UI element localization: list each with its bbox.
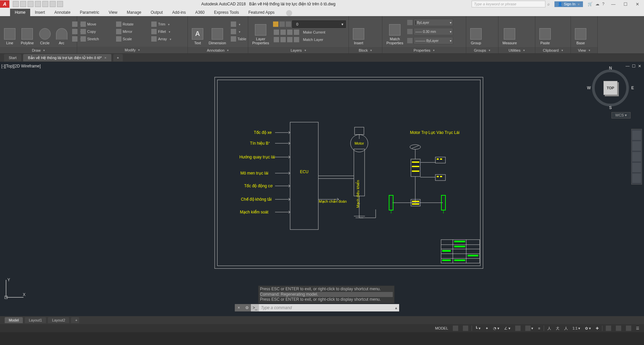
dimension-button[interactable]: Dimension bbox=[207, 17, 228, 46]
polar-icon[interactable]: ✦ bbox=[484, 326, 490, 331]
tab-add[interactable]: + bbox=[113, 54, 123, 61]
tab-parametric[interactable]: Parametric bbox=[75, 9, 104, 16]
tab-annotate[interactable]: Annotate bbox=[50, 9, 75, 16]
save-icon[interactable] bbox=[28, 1, 34, 7]
minimize-button[interactable]: — bbox=[611, 2, 615, 7]
grid-icon[interactable] bbox=[451, 326, 460, 331]
insert-button[interactable]: Insert bbox=[351, 17, 366, 46]
dyn-icon[interactable]: ▾ bbox=[524, 326, 535, 331]
viewcube-s[interactable]: S bbox=[609, 105, 612, 110]
snap-icon[interactable] bbox=[462, 326, 470, 331]
fullnav-icon[interactable] bbox=[632, 131, 641, 140]
app-logo-icon[interactable]: A bbox=[0, 0, 9, 8]
panel-label-view[interactable]: View bbox=[571, 47, 597, 53]
binoculars-icon[interactable]: ⌕ bbox=[547, 2, 550, 6]
panel-label-properties[interactable]: Properties bbox=[382, 47, 466, 53]
customize-icon[interactable]: ☰ bbox=[635, 326, 641, 331]
ucs-icon[interactable]: Y X bbox=[3, 277, 26, 301]
circle-button[interactable]: Circle bbox=[37, 17, 53, 46]
copy-button[interactable]: Copy bbox=[79, 28, 113, 35]
saveas-icon[interactable] bbox=[35, 1, 41, 7]
tab-addins[interactable]: Add-ins bbox=[167, 9, 191, 16]
sun-icon[interactable] bbox=[279, 21, 285, 27]
osnap-icon[interactable]: ∠ ▾ bbox=[503, 326, 512, 331]
viewport-label[interactable]: [-][Top][2D Wireframe] bbox=[1, 64, 41, 68]
panel-label-groups[interactable]: Groups bbox=[466, 47, 498, 53]
panel-label-clipboard[interactable]: Clipboard bbox=[535, 47, 571, 53]
arc-button[interactable]: Arc bbox=[54, 17, 69, 46]
command-input[interactable]: Type a command bbox=[259, 305, 393, 310]
drawing-area[interactable]: [-][Top][2D Wireframe] — ☐ ✕ ECU Tốc độ … bbox=[0, 62, 644, 324]
iso-icon[interactable] bbox=[604, 326, 612, 331]
panel-label-utilities[interactable]: Utilities bbox=[498, 47, 535, 53]
close-tab-icon[interactable]: × bbox=[104, 56, 106, 60]
linetype-combo[interactable]: ——— ByLayer▾ bbox=[414, 37, 453, 44]
line-button[interactable]: Line bbox=[2, 17, 17, 46]
layer-combo[interactable]: 0▾ bbox=[292, 20, 346, 28]
viewcube-w[interactable]: W bbox=[587, 86, 591, 90]
pan-icon[interactable] bbox=[632, 141, 641, 151]
fillet-button[interactable]: Fillet bbox=[150, 28, 184, 35]
move-button[interactable]: Move bbox=[79, 21, 113, 28]
gear-icon[interactable]: ✿ ▾ bbox=[584, 326, 592, 331]
signin-button[interactable]: 👤 Sign In bbox=[554, 1, 583, 7]
lt-icon[interactable] bbox=[407, 38, 413, 43]
exchange-icon[interactable]: 🛒 bbox=[588, 2, 593, 6]
table-button[interactable]: Table bbox=[229, 36, 248, 42]
cmd-close-icon[interactable]: × bbox=[235, 304, 243, 311]
viewcube[interactable]: TOP N S W E bbox=[590, 68, 631, 108]
panel-label-annotation[interactable]: Annotation bbox=[188, 47, 248, 53]
panel-label-draw[interactable]: Draw bbox=[0, 47, 77, 53]
lineweight-combo[interactable]: —— 0.30 mm▾ bbox=[414, 28, 453, 35]
viewcube-e[interactable]: E bbox=[631, 86, 634, 90]
isodraft-icon[interactable]: ◔ ▾ bbox=[492, 326, 501, 331]
help-search-input[interactable]: Type a keyword or phrase bbox=[472, 1, 545, 7]
showmotion-icon[interactable] bbox=[632, 174, 641, 183]
trim-button[interactable]: Trim bbox=[150, 21, 184, 28]
tab-insert[interactable]: Insert bbox=[30, 9, 50, 16]
scale-button[interactable]: Scale bbox=[115, 36, 149, 42]
vp-close-icon[interactable]: ✕ bbox=[637, 64, 642, 68]
tab-start[interactable]: Start bbox=[4, 54, 21, 61]
anno-icon[interactable]: 人 bbox=[546, 326, 552, 331]
lw-icon[interactable] bbox=[407, 29, 413, 34]
base-button[interactable]: Base bbox=[573, 17, 588, 46]
undo-icon[interactable] bbox=[50, 1, 56, 7]
viewcube-n[interactable]: N bbox=[609, 66, 612, 70]
tab-home[interactable]: Home bbox=[10, 9, 30, 16]
vp-maximize-icon[interactable]: ☐ bbox=[631, 64, 636, 68]
plus-icon[interactable]: ✚ bbox=[594, 326, 600, 331]
tab-expresstools[interactable]: Express Tools bbox=[209, 9, 244, 16]
clean-icon[interactable] bbox=[625, 326, 633, 331]
hwaccel-icon[interactable] bbox=[614, 326, 623, 331]
orbit-icon[interactable] bbox=[632, 163, 641, 172]
a360-icon[interactable]: ☁ bbox=[595, 2, 599, 6]
rotate-button[interactable]: Rotate bbox=[115, 21, 149, 28]
open-icon[interactable] bbox=[20, 1, 26, 7]
cmd-recent-icon[interactable]: ▴ bbox=[393, 305, 399, 310]
polyline-button[interactable]: Polyline bbox=[19, 17, 36, 46]
print-icon[interactable] bbox=[42, 1, 48, 7]
maximize-button[interactable]: ☐ bbox=[624, 2, 628, 7]
color-combo[interactable]: ByLayer▾ bbox=[414, 19, 453, 26]
redo-icon[interactable] bbox=[57, 1, 63, 7]
layerproperties-button[interactable]: Layer Properties bbox=[250, 17, 271, 46]
mirror-button[interactable]: Mirror bbox=[115, 28, 149, 35]
new-icon[interactable] bbox=[13, 1, 19, 7]
close-button[interactable]: ✕ bbox=[636, 2, 639, 7]
command-line[interactable]: × ⚙ >_ Type a command ▴ bbox=[235, 304, 399, 311]
makecurrent-button[interactable]: Make Current bbox=[272, 29, 346, 36]
paste-button[interactable]: Paste bbox=[537, 17, 553, 46]
color-icon[interactable] bbox=[407, 20, 413, 25]
tab-layout2[interactable]: Layout2 bbox=[48, 317, 69, 323]
help-icon[interactable]: ? bbox=[602, 2, 604, 6]
panel-label-block[interactable]: Block bbox=[349, 47, 382, 53]
cmd-options-icon[interactable]: ⚙ bbox=[243, 304, 251, 311]
anno3-icon[interactable]: 人 bbox=[563, 326, 569, 331]
tab-view[interactable]: View bbox=[104, 9, 122, 16]
tab-manage[interactable]: Manage bbox=[122, 9, 146, 16]
matchlayer-button[interactable]: Match Layer bbox=[272, 36, 346, 43]
status-model[interactable]: MODEL bbox=[434, 326, 449, 330]
panel-label-layers[interactable]: Layers bbox=[248, 47, 348, 53]
group-button[interactable]: Group bbox=[468, 17, 484, 46]
